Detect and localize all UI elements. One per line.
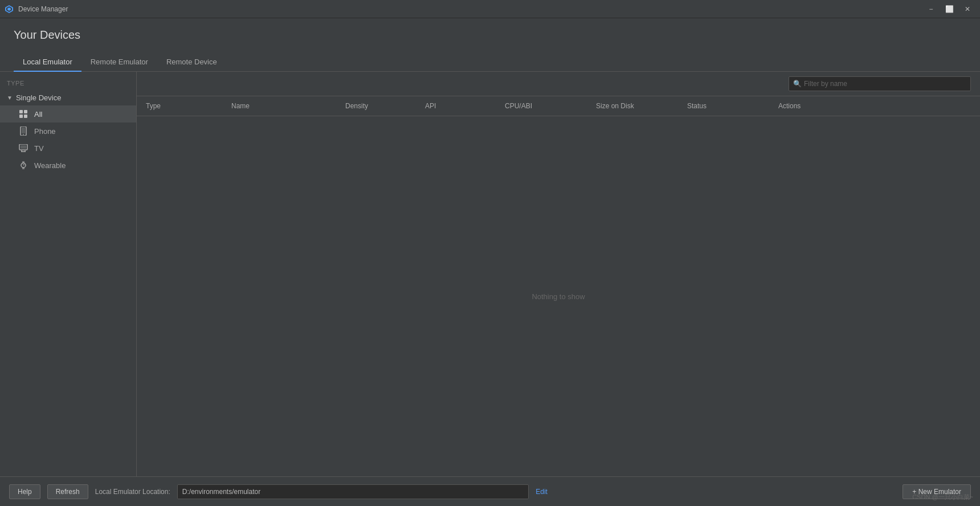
table-area: 🔍 Type Name Density API CPU/ABI Size on … xyxy=(137,72,980,476)
col-header-name: Name xyxy=(227,96,341,116)
sidebar-item-phone[interactable]: Phone xyxy=(0,123,136,140)
sidebar-item-wearable[interactable]: Wearable xyxy=(0,157,136,174)
sidebar-item-tv-label: TV xyxy=(34,144,44,153)
help-button[interactable]: Help xyxy=(9,484,40,499)
svg-rect-11 xyxy=(21,145,26,149)
table-body: Nothing to show xyxy=(137,116,980,476)
location-input[interactable] xyxy=(177,484,529,499)
app-title: Device Manager xyxy=(18,5,68,13)
sidebar: Type ▼ Single Device All xyxy=(0,72,137,476)
svg-rect-5 xyxy=(19,115,23,118)
tab-remote-emulator[interactable]: Remote Emulator xyxy=(81,53,157,72)
sidebar-item-all-label: All xyxy=(34,110,42,119)
titlebar-controls: − ⬜ ✕ xyxy=(923,1,975,17)
col-header-status: Status xyxy=(683,96,774,116)
empty-message: Nothing to show xyxy=(532,292,585,301)
titlebar-left: Device Manager xyxy=(5,5,68,14)
sidebar-section-label: Single Device xyxy=(16,93,62,102)
edit-link[interactable]: Edit xyxy=(536,488,548,496)
col-header-cpu: CPU/ABI xyxy=(500,96,591,116)
svg-rect-16 xyxy=(22,161,24,163)
table-header: Type Name Density API CPU/ABI Size on Di… xyxy=(137,96,980,116)
header: Your Devices xyxy=(0,18,980,53)
tv-icon xyxy=(18,143,28,153)
col-header-type: Type xyxy=(141,96,227,116)
location-label: Local Emulator Location: xyxy=(95,488,170,496)
tab-remote-device[interactable]: Remote Device xyxy=(157,53,226,72)
sidebar-type-label: Type xyxy=(0,76,136,90)
svg-rect-8 xyxy=(22,128,25,133)
tabs-bar: Local Emulator Remote Emulator Remote De… xyxy=(0,53,980,72)
svg-rect-17 xyxy=(22,168,24,169)
filter-bar: 🔍 xyxy=(137,72,980,96)
refresh-button[interactable]: Refresh xyxy=(47,484,88,499)
minimize-button[interactable]: − xyxy=(923,1,939,17)
main-content: Your Devices Local Emulator Remote Emula… xyxy=(0,18,980,506)
sidebar-section-single-device[interactable]: ▼ Single Device xyxy=(0,90,136,105)
sidebar-item-all[interactable]: All xyxy=(0,105,136,123)
bottom-bar: Help Refresh Local Emulator Location: Ed… xyxy=(0,476,980,506)
svg-rect-3 xyxy=(19,110,23,113)
col-header-size: Size on Disk xyxy=(591,96,683,116)
col-header-actions: Actions xyxy=(774,96,975,116)
filter-input[interactable] xyxy=(789,76,971,91)
svg-point-9 xyxy=(23,134,24,135)
col-header-api: API xyxy=(420,96,500,116)
page-title: Your Devices xyxy=(14,28,966,42)
app-icon xyxy=(5,5,14,14)
restore-button[interactable]: ⬜ xyxy=(941,1,957,17)
sidebar-item-tv[interactable]: TV xyxy=(0,140,136,157)
watch-icon xyxy=(18,160,28,170)
search-icon: 🔍 xyxy=(793,80,802,88)
col-header-density: Density xyxy=(341,96,420,116)
watermark: CSDN @一只小白菜~ xyxy=(912,493,973,501)
svg-rect-6 xyxy=(24,115,27,118)
filter-input-wrapper: 🔍 xyxy=(789,76,971,91)
chevron-down-icon: ▼ xyxy=(7,95,13,101)
svg-rect-4 xyxy=(24,110,27,113)
tab-local-emulator[interactable]: Local Emulator xyxy=(14,53,81,72)
grid-icon xyxy=(18,109,28,119)
close-button[interactable]: ✕ xyxy=(959,1,975,17)
sidebar-item-phone-label: Phone xyxy=(34,127,56,136)
body-layout: Type ▼ Single Device All xyxy=(0,72,980,476)
phone-icon xyxy=(18,126,28,136)
titlebar: Device Manager − ⬜ ✕ xyxy=(0,0,980,18)
sidebar-item-wearable-label: Wearable xyxy=(34,161,66,170)
